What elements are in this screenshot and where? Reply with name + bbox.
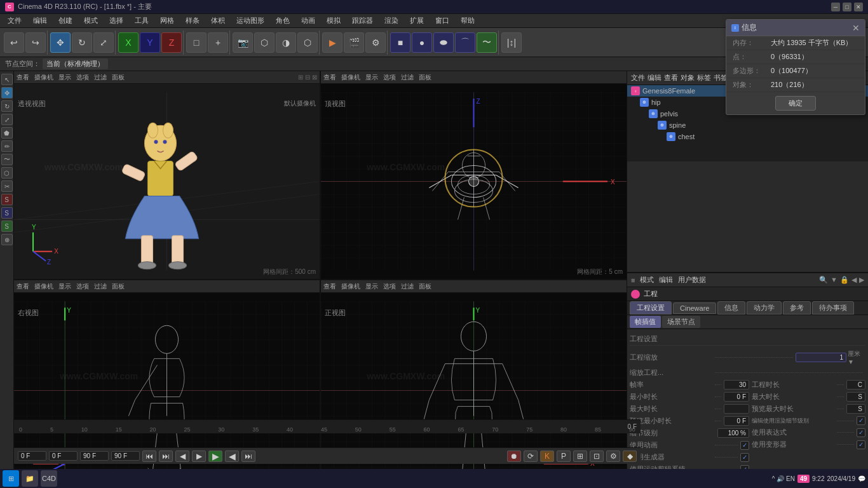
vp-display-perspective[interactable]: 显示	[58, 73, 71, 82]
tool-polygon[interactable]: ⬡	[1, 167, 13, 179]
cylinder-button[interactable]: ⬬	[433, 32, 454, 53]
vp-display-top[interactable]: 显示	[365, 73, 378, 82]
menu-spline[interactable]: 样条	[180, 15, 205, 27]
tool-paint[interactable]: ✏	[1, 140, 13, 152]
tool-s2[interactable]: S	[1, 207, 13, 219]
vp-options-right[interactable]: 选项	[76, 282, 89, 291]
vp-view-perspective[interactable]: 查看	[17, 73, 29, 82]
tool-knife[interactable]: ✂	[1, 180, 13, 192]
render-settings-button[interactable]: ⚙	[365, 32, 386, 53]
props-tab-reference[interactable]: 参考	[783, 301, 811, 315]
sphere-button[interactable]: ●	[412, 32, 432, 53]
render-end-input[interactable]	[111, 451, 140, 461]
vp-view-right[interactable]: 查看	[17, 282, 29, 291]
prop-premaxlen-value[interactable]	[846, 404, 865, 414]
props-tab-dynamics[interactable]: 动力学	[747, 301, 782, 315]
vp-panel-front[interactable]: 面板	[419, 282, 431, 291]
tool-rotate[interactable]: ↻	[1, 100, 13, 112]
shading-button[interactable]: ◑	[276, 32, 296, 53]
goto-end-button[interactable]: ⏭	[159, 451, 173, 462]
menu-mode[interactable]: 模式	[79, 15, 103, 27]
tool-s3[interactable]: S	[1, 220, 13, 232]
menu-help[interactable]: 帮助	[456, 15, 480, 27]
render-button[interactable]: ▶	[322, 32, 342, 53]
vp-panel-top[interactable]: 面板	[419, 73, 431, 82]
props-tab-todo[interactable]: 待办事项	[812, 301, 854, 315]
play-forward-button[interactable]: ▶	[208, 451, 222, 462]
step-forward-button[interactable]: ▶	[192, 451, 206, 462]
vp-options-front[interactable]: 选项	[383, 282, 396, 291]
play-end-button[interactable]: ⏭	[241, 451, 255, 462]
axis-z-button[interactable]: Z	[161, 32, 182, 53]
prop-detail-value[interactable]	[717, 428, 749, 438]
vp-camera-front[interactable]: 摄像机	[341, 282, 360, 291]
render-to-picture-button[interactable]: 🎬	[344, 32, 364, 53]
om-file-menu[interactable]: 文件	[631, 73, 645, 83]
select-scale-button[interactable]: ⤢	[93, 32, 114, 53]
vp-camera-perspective[interactable]: 摄像机	[34, 73, 53, 82]
props-edit-btn[interactable]: 编辑	[659, 275, 673, 285]
goto-start-button[interactable]: ⏮	[142, 451, 156, 462]
props-userdata-btn[interactable]: 用户数据	[678, 275, 706, 285]
record-button[interactable]: ⏺	[507, 451, 521, 462]
tool-scale[interactable]: ⤢	[1, 114, 13, 125]
menu-window[interactable]: 窗口	[430, 15, 454, 27]
prop-renderdetail-checkbox[interactable]	[857, 416, 865, 425]
tool-move[interactable]: ✥	[1, 87, 13, 98]
select-move-button[interactable]: ✥	[50, 32, 71, 53]
tool-sculpt[interactable]: ⬟	[1, 127, 13, 139]
settings-button[interactable]: ⚙	[606, 451, 620, 462]
step-back-button[interactable]: ◀	[175, 451, 189, 462]
window-controls[interactable]: ─ □ ✕	[831, 3, 863, 11]
props-prev-icon[interactable]: ◀	[851, 276, 857, 284]
tree-item-chest[interactable]: ⊕ chest	[627, 131, 868, 142]
camera-button[interactable]: 📷	[233, 32, 253, 53]
vp-filter-right[interactable]: 过滤	[94, 282, 107, 291]
tree-item-spine[interactable]: ⊕ spine	[627, 119, 868, 131]
menu-tools[interactable]: 工具	[130, 15, 154, 27]
preview-button[interactable]: ⊡	[590, 451, 604, 462]
maximize-button[interactable]: □	[843, 3, 851, 11]
vp-display-right[interactable]: 显示	[58, 282, 71, 291]
tool-spline[interactable]: 〜	[1, 154, 13, 165]
props-tab-project[interactable]: 工程设置	[630, 301, 672, 315]
vp-options-top[interactable]: 选项	[383, 73, 396, 82]
props-next-icon[interactable]: ▶	[859, 276, 864, 284]
menu-simulate[interactable]: 模拟	[322, 15, 346, 27]
menu-select[interactable]: 选择	[104, 15, 128, 27]
loop-button[interactable]: ⟳	[524, 451, 538, 462]
menu-track[interactable]: 跟踪器	[347, 15, 378, 27]
close-button[interactable]: ✕	[854, 3, 863, 11]
props-tab-info[interactable]: 信息	[717, 301, 745, 315]
prop-fps-value[interactable]	[724, 380, 749, 390]
snap-button[interactable]: |↕|	[501, 32, 522, 53]
menu-file[interactable]: 文件	[3, 15, 27, 27]
node-space-value[interactable]: 当前（标准/物理）	[43, 58, 108, 69]
props-subtab-frames[interactable]: 帧插值	[630, 316, 661, 328]
tool-s[interactable]: S	[1, 194, 13, 205]
start-button[interactable]: ⊞	[3, 470, 19, 487]
om-tag-menu[interactable]: 标签	[697, 73, 711, 83]
spline-button[interactable]: 〜	[477, 32, 497, 53]
menu-animate[interactable]: 动画	[296, 15, 320, 27]
deform-button[interactable]: ⌒	[455, 32, 475, 53]
perspective-button[interactable]: ⬡	[254, 32, 275, 53]
props-tab-cineware[interactable]: Cineware	[673, 302, 716, 314]
axis-x-button[interactable]: X	[118, 32, 139, 53]
tool-magnet[interactable]: ⊕	[1, 234, 13, 245]
grid-snap-button[interactable]: ⊞	[573, 451, 587, 462]
vp-view-top[interactable]: 查看	[323, 73, 336, 82]
minimize-button[interactable]: ─	[831, 3, 840, 11]
prop-anim-checkbox[interactable]	[740, 441, 749, 450]
props-lock-icon[interactable]: 🔒	[840, 276, 849, 284]
current-frame-input[interactable]	[18, 451, 46, 461]
vp-filter-perspective[interactable]: 过滤	[94, 73, 107, 82]
menu-character[interactable]: 角色	[271, 15, 295, 27]
viewport-top[interactable]: 查看 摄像机 显示 选项 过滤 面板 顶视图	[321, 71, 627, 279]
vp-display-front[interactable]: 显示	[365, 282, 378, 291]
start-frame-input[interactable]	[49, 451, 78, 461]
axis-y-button[interactable]: Y	[140, 32, 160, 53]
vp-camera-top[interactable]: 摄像机	[341, 73, 360, 82]
undo-button[interactable]: ↩	[4, 32, 24, 53]
om-view-menu[interactable]: 查看	[664, 73, 678, 83]
